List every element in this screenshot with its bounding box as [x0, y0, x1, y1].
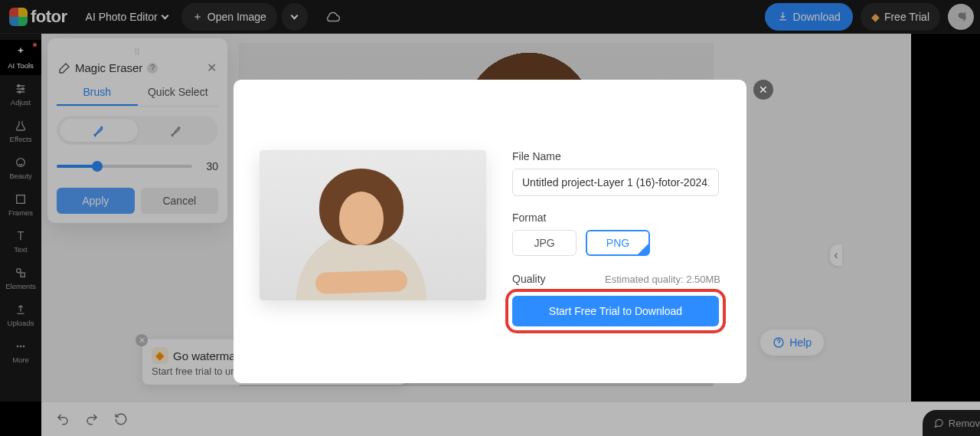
modal-close-button[interactable]: ✕	[753, 80, 773, 100]
format-label: Format	[512, 211, 720, 224]
format-option-jpg[interactable]: JPG	[512, 230, 577, 256]
file-name-input[interactable]	[512, 169, 719, 196]
start-trial-download-button[interactable]: Start Free Trial to Download	[512, 296, 719, 326]
modal-overlay[interactable]: ✕ File Name Format JPG PNG Quality Estim…	[0, 0, 980, 436]
estimated-size: Estimated quality: 2.50MB	[605, 274, 720, 285]
download-modal: ✕ File Name Format JPG PNG Quality Estim…	[234, 80, 746, 383]
quality-label: Quality	[512, 273, 546, 285]
format-option-png[interactable]: PNG	[586, 230, 650, 256]
export-preview	[260, 150, 486, 300]
file-name-label: File Name	[512, 150, 720, 162]
